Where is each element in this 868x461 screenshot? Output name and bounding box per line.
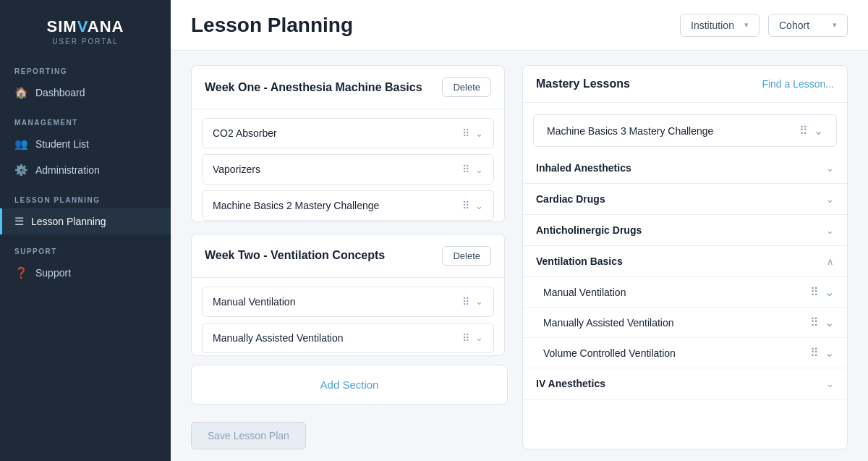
sidebar-item-dashboard[interactable]: 🏠Dashboard	[0, 80, 171, 106]
weeks-scroll: Week One - Anesthesia Machine BasicsDele…	[191, 65, 508, 356]
category-row-inhaled-anesthetics[interactable]: Inhaled Anesthetics⌄	[523, 153, 847, 184]
sidebar-item-student-list[interactable]: 👥Student List	[0, 131, 171, 157]
lesson-controls-vaporizers: ⠿⌄	[462, 164, 483, 175]
mastery-lessons-title: Mastery Lessons	[536, 77, 630, 90]
sidebar: SIMVANA USER PORTAL REPORTING🏠DashboardM…	[0, 0, 171, 461]
category-chevron-inhaled-anesthetics: ⌄	[826, 163, 834, 174]
sidebar-item-label-support: Support	[35, 267, 71, 279]
lesson-item-mb2: Machine Basics 2 Mastery Challenge⠿⌄	[202, 190, 494, 221]
delete-button-week-two[interactable]: Delete	[442, 246, 491, 266]
category-label-inhaled-anesthetics: Inhaled Anesthetics	[536, 162, 631, 174]
nested-lesson-manually-assisted-r: Manually Assisted Ventilation⠿⌄	[523, 308, 847, 338]
save-lesson-plan-button[interactable]: Save Lesson Plan	[191, 422, 306, 449]
institution-dropdown[interactable]: Institution ▾	[680, 14, 760, 37]
lesson-title-manual-vent: Manual Ventilation	[213, 296, 295, 308]
sidebar-section-management: MANAGEMENT	[0, 106, 171, 131]
institution-label: Institution	[691, 20, 734, 31]
category-label-cardiac-drugs: Cardiac Drugs	[536, 193, 605, 205]
sidebar-section-support: SUPPORT	[0, 234, 171, 260]
cohort-label: Cohort	[779, 20, 809, 31]
category-label-ventilation-basics: Ventilation Basics	[536, 255, 623, 267]
add-section-area: Add Section	[191, 365, 508, 405]
cohort-chevron-icon: ▾	[833, 20, 837, 30]
logo-sub: USER PORTAL	[14, 38, 156, 46]
drag-icon-manually-assisted[interactable]: ⠿	[462, 332, 469, 344]
drag-icon-manual-vent[interactable]: ⠿	[462, 296, 469, 308]
week-title-week-one: Week One - Anesthesia Machine Basics	[205, 81, 422, 94]
drag-icon-co2[interactable]: ⠿	[462, 127, 469, 139]
logo-text: SIMVANA	[14, 17, 156, 36]
category-label-anticholinergic-drugs: Anticholinergic Drugs	[536, 224, 642, 236]
sidebar-item-administration[interactable]: ⚙️Administration	[0, 157, 171, 183]
lesson-item-manually-assisted: Manually Assisted Ventilation⠿⌄	[202, 323, 494, 353]
expand-icon-manually-assisted-r[interactable]: ⌄	[825, 316, 834, 329]
category-row-ventilation-basics[interactable]: Ventilation Basics∧	[523, 246, 847, 277]
category-row-cardiac-drugs[interactable]: Cardiac Drugs⌄	[523, 184, 847, 215]
expand-icon-mb3[interactable]: ⌄	[814, 124, 823, 138]
find-lesson-link[interactable]: Find a Lesson...	[762, 78, 834, 90]
lesson-title-mb2: Machine Basics 2 Mastery Challenge	[213, 200, 379, 211]
category-chevron-ventilation-basics: ∧	[827, 256, 834, 267]
nested-lesson-title-manually-assisted-r: Manually Assisted Ventilation	[543, 317, 674, 329]
week-header-week-one: Week One - Anesthesia Machine BasicsDele…	[192, 66, 504, 109]
category-chevron-cardiac-drugs: ⌄	[826, 194, 834, 205]
lesson-controls-manually-assisted: ⠿⌄	[462, 332, 483, 344]
lesson-controls-mb2: ⠿⌄	[462, 200, 483, 211]
mastery-item-title-mb3: Machine Basics 3 Mastery Challenge	[547, 125, 713, 137]
lesson-item-vaporizers: Vaporizers⠿⌄	[202, 154, 494, 185]
delete-button-week-one[interactable]: Delete	[442, 77, 491, 97]
lesson-controls-manual-vent: ⠿⌄	[462, 296, 483, 308]
expand-icon-manually-assisted[interactable]: ⌄	[475, 332, 483, 343]
week-header-week-two: Week Two - Ventilation ConceptsDelete	[192, 234, 504, 278]
lesson-title-vaporizers: Vaporizers	[213, 164, 260, 175]
expand-icon-manual-vent-r[interactable]: ⌄	[825, 285, 834, 299]
week-title-week-two: Week Two - Ventilation Concepts	[205, 249, 385, 262]
mastery-item-mb3: Machine Basics 3 Mastery Challenge⠿⌄	[533, 114, 837, 147]
content-area: Week One - Anesthesia Machine BasicsDele…	[171, 51, 868, 461]
nested-lesson-title-volume-controlled: Volume Controlled Ventilation	[543, 347, 676, 359]
category-row-iv-anesthetics[interactable]: IV Anesthetics⌄	[523, 368, 847, 399]
expand-icon-mb2[interactable]: ⌄	[475, 200, 483, 211]
expand-icon-manual-vent[interactable]: ⌄	[475, 296, 483, 307]
drag-icon-manual-vent-r[interactable]: ⠿	[810, 285, 819, 299]
lesson-items-week-one: CO2 Absorber⠿⌄Vaporizers⠿⌄Machine Basics…	[192, 109, 504, 222]
category-row-anticholinergic-drugs[interactable]: Anticholinergic Drugs⌄	[523, 215, 847, 246]
lesson-item-co2: CO2 Absorber⠿⌄	[202, 118, 494, 148]
nested-lesson-volume-controlled: Volume Controlled Ventilation⠿⌄	[523, 338, 847, 368]
expand-icon-co2[interactable]: ⌄	[475, 128, 483, 139]
sidebar-item-label-administration: Administration	[35, 164, 100, 176]
lesson-item-manual-vent: Manual Ventilation⠿⌄	[202, 287, 494, 317]
expand-icon-volume-controlled[interactable]: ⌄	[825, 346, 834, 360]
nested-lesson-manual-vent-r: Manual Ventilation⠿⌄	[523, 277, 847, 308]
expand-icon-vaporizers[interactable]: ⌄	[475, 164, 483, 175]
left-panel: Week One - Anesthesia Machine BasicsDele…	[191, 65, 508, 449]
drag-icon-manually-assisted-r[interactable]: ⠿	[810, 316, 819, 329]
page-title: Lesson Planning	[191, 14, 353, 37]
cohort-dropdown[interactable]: Cohort ▾	[768, 14, 848, 37]
lesson-planning-icon: ☰	[14, 215, 24, 228]
main-area: Lesson Planning Institution ▾ Cohort ▾ W…	[171, 0, 868, 461]
right-scroll: Machine Basics 3 Mastery Challenge⠿⌄Inha…	[523, 103, 847, 449]
support-icon: ❓	[14, 266, 28, 279]
right-panel: Mastery Lessons Find a Lesson... Machine…	[522, 65, 848, 449]
add-section-button[interactable]: Add Section	[191, 365, 508, 405]
student-list-icon: 👥	[14, 138, 28, 151]
sidebar-item-label-dashboard: Dashboard	[35, 87, 85, 98]
drag-icon-volume-controlled[interactable]: ⠿	[810, 346, 819, 360]
lesson-title-manually-assisted: Manually Assisted Ventilation	[213, 332, 344, 344]
nested-lesson-title-manual-vent-r: Manual Ventilation	[543, 287, 626, 298]
sidebar-item-label-student-list: Student List	[35, 138, 89, 150]
sidebar-item-support[interactable]: ❓Support	[0, 260, 171, 286]
sidebar-section-lesson-planning: LESSON PLANNING	[0, 183, 171, 208]
drag-icon-vaporizers[interactable]: ⠿	[462, 164, 469, 175]
nested-controls-manually-assisted-r: ⠿⌄	[810, 316, 834, 329]
drag-icon-mb2[interactable]: ⠿	[462, 200, 469, 211]
category-label-iv-anesthetics: IV Anesthetics	[536, 378, 605, 389]
drag-icon-mb3[interactable]: ⠿	[799, 124, 808, 138]
lesson-title-co2: CO2 Absorber	[213, 127, 277, 139]
lesson-controls-co2: ⠿⌄	[462, 127, 483, 139]
week-section-week-two: Week Two - Ventilation ConceptsDeleteMan…	[191, 234, 505, 356]
sidebar-item-lesson-planning[interactable]: ☰Lesson Planning	[0, 208, 171, 234]
category-chevron-anticholinergic-drugs: ⌄	[826, 225, 834, 236]
lesson-items-week-two: Manual Ventilation⠿⌄Manually Assisted Ve…	[192, 278, 504, 356]
